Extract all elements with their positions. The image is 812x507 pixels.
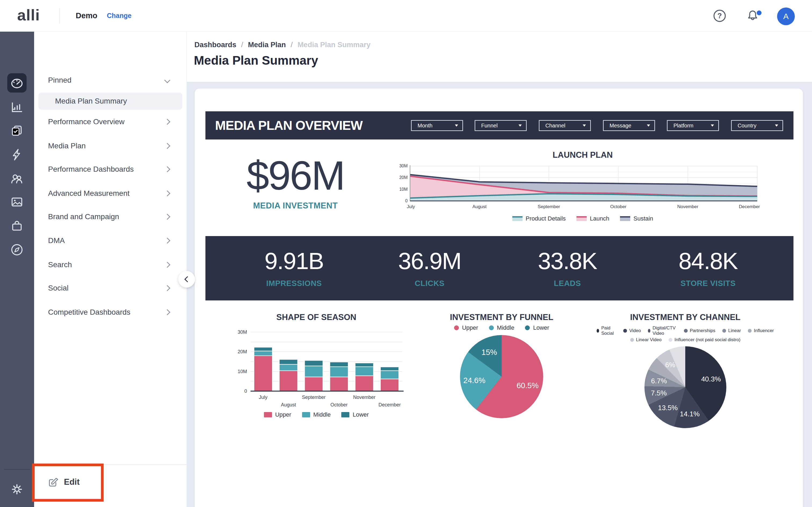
legend-label: Influencer xyxy=(754,328,774,333)
dashboard-gauge-icon[interactable] xyxy=(10,76,24,90)
svg-text:10M: 10M xyxy=(238,369,247,374)
chevron-down-icon xyxy=(647,124,650,127)
svg-text:20M: 20M xyxy=(238,349,247,354)
svg-text:0: 0 xyxy=(405,199,408,203)
legend-swatch xyxy=(302,412,310,417)
legend-swatch xyxy=(264,412,272,417)
legend-item-paid-social[interactable]: Paid Social xyxy=(597,325,616,336)
avatar[interactable]: A xyxy=(777,7,795,25)
legend-label: Paid Social xyxy=(601,325,616,336)
legend-item-linear[interactable]: Linear xyxy=(722,328,741,333)
image-icon[interactable] xyxy=(10,195,24,209)
legend-item-upper[interactable]: Upper xyxy=(454,324,478,331)
legend-swatch xyxy=(512,216,522,221)
legend-swatch xyxy=(489,325,494,330)
filter-dropdown-message[interactable]: Message xyxy=(603,120,655,131)
legend-item-influencer-not-paid-social-distro[interactable]: Influencer (not paid social distro) xyxy=(669,337,741,343)
legend-label: Middle xyxy=(313,411,331,418)
breadcrumb-separator: / xyxy=(241,41,243,49)
filter-dropdown-platform[interactable]: Platform xyxy=(667,120,719,131)
divider xyxy=(34,464,187,465)
investment-by-channel-title: INVESTMENT BY CHANNEL xyxy=(597,313,774,322)
kpi-value: 9.91B xyxy=(227,247,361,275)
investment-by-funnel-legend: UpperMiddleLower xyxy=(435,324,569,331)
legend-item-influencer[interactable]: Influencer xyxy=(748,328,774,333)
clipboard-check-icon[interactable] xyxy=(10,123,24,137)
legend-swatch xyxy=(454,325,459,330)
change-workspace-link[interactable]: Change xyxy=(107,0,132,32)
sidebar-item-media-plan-summary[interactable]: Media Plan Summary xyxy=(38,93,182,110)
breadcrumb-item-media-plan[interactable]: Media Plan xyxy=(248,41,286,49)
filter-dropdown-funnel[interactable]: Funnel xyxy=(475,120,526,131)
channel-pie: 40.3%14.1%13.5%7.5%6.7%6% xyxy=(645,346,726,428)
sidebar-item-advanced-measurement[interactable]: Advanced Measurement xyxy=(38,185,182,202)
sidebar-item-social[interactable]: Social xyxy=(38,280,182,297)
legend-swatch xyxy=(669,338,672,342)
legend-swatch xyxy=(748,329,752,333)
filter-dropdown-month[interactable]: Month xyxy=(411,120,463,131)
filter-dropdown-channel[interactable]: Channel xyxy=(539,120,591,131)
kpi-label: CLICKS xyxy=(362,279,497,288)
legend-label: Lower xyxy=(533,324,549,331)
sidebar-item-dma[interactable]: DMA xyxy=(38,232,182,249)
legend-item-product-details[interactable]: Product Details xyxy=(512,215,566,222)
legend-item-digital-ctv-video[interactable]: Digital/CTV Video xyxy=(648,325,677,336)
sidebar-collapse-button[interactable] xyxy=(178,271,195,288)
chevron-down-icon xyxy=(775,124,778,127)
legend-swatch xyxy=(648,329,650,333)
users-icon[interactable] xyxy=(10,171,24,186)
kpi-value: 84.8K xyxy=(641,247,775,275)
legend-item-upper[interactable]: Upper xyxy=(264,411,291,418)
sidebar-item-performance-dashboards[interactable]: Performance Dashboards xyxy=(38,161,182,178)
svg-text:July: July xyxy=(407,204,415,209)
legend-label: Influencer (not paid social distro) xyxy=(674,337,741,343)
edit-button-label: Edit xyxy=(64,477,80,487)
legend-item-linear-video[interactable]: Linear Video xyxy=(630,337,662,343)
help-icon[interactable]: ? xyxy=(713,9,726,22)
svg-text:10M: 10M xyxy=(399,187,408,191)
legend-item-video[interactable]: Video xyxy=(623,328,641,333)
legend-item-lower[interactable]: Lower xyxy=(525,324,549,331)
filter-dropdown-country[interactable]: Country xyxy=(731,120,783,131)
sidebar-item-competitive-dashboards[interactable]: Competitive Dashboards xyxy=(38,304,182,321)
chevron-right-icon xyxy=(164,285,170,291)
bar-chart-icon[interactable] xyxy=(10,100,24,114)
legend-item-sustain[interactable]: Sustain xyxy=(620,215,653,222)
pie-slice-label-video: 14.1% xyxy=(680,410,700,418)
legend-swatch xyxy=(684,329,688,333)
legend-item-partnerships[interactable]: Partnerships xyxy=(684,328,715,333)
legend-item-launch[interactable]: Launch xyxy=(576,215,609,222)
legend-label: Digital/CTV Video xyxy=(653,325,677,336)
shopping-bag-icon[interactable] xyxy=(10,219,24,233)
sidebar-item-label: Media Plan Summary xyxy=(38,97,127,105)
legend-item-lower[interactable]: Lower xyxy=(341,411,369,418)
sidebar-item-search[interactable]: Search xyxy=(38,256,182,273)
kpi-leads: 33.8KLEADS xyxy=(500,236,635,288)
lightning-bolt-icon[interactable] xyxy=(10,147,24,162)
sidebar-item-performance-overview[interactable]: Performance Overview xyxy=(38,113,182,130)
notification-dot xyxy=(757,10,762,15)
chevron-right-icon xyxy=(164,166,170,172)
chevron-right-icon xyxy=(164,238,170,244)
overview-banner: MEDIA PLAN OVERVIEW MonthFunnelChannelMe… xyxy=(205,111,794,139)
sidebar-item-label: Advanced Measurement xyxy=(38,189,130,198)
sidebar-item-media-plan[interactable]: Media Plan xyxy=(38,137,182,155)
sidebar-item-pinned[interactable]: Pinned xyxy=(38,72,182,89)
chevron-right-icon xyxy=(164,309,170,316)
kpi-label: IMPRESSIONS xyxy=(227,279,361,288)
chevron-down-icon xyxy=(711,124,714,127)
legend-swatch xyxy=(597,329,599,333)
edit-button[interactable]: Edit xyxy=(48,476,80,488)
legend-item-middle[interactable]: Middle xyxy=(302,411,331,418)
filter-label: Channel xyxy=(540,123,583,129)
breadcrumb-item-dashboards[interactable]: Dashboards xyxy=(194,41,236,49)
sidebar-item-brand-and-campaign[interactable]: Brand and Campaign xyxy=(38,208,182,225)
compass-icon[interactable] xyxy=(10,242,24,257)
legend-item-middle[interactable]: Middle xyxy=(489,324,514,331)
gear-icon[interactable] xyxy=(10,482,24,497)
legend-swatch xyxy=(722,329,726,333)
legend-swatch xyxy=(525,325,530,330)
page-title: Media Plan Summary xyxy=(194,53,318,68)
svg-text:November: November xyxy=(677,204,698,209)
sidebar-item-label: Competitive Dashboards xyxy=(38,308,131,317)
